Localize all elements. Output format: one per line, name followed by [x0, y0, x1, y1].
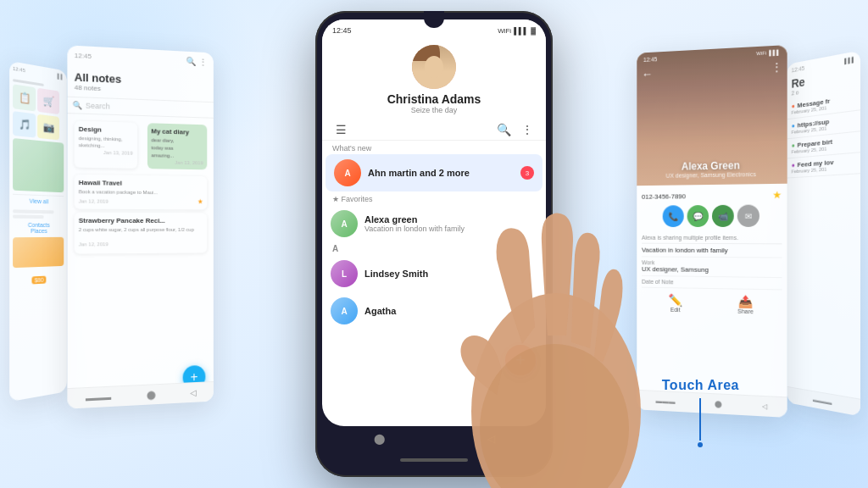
nav-home-icon[interactable]: ⬤ — [147, 390, 156, 400]
phone-home-bar — [400, 458, 468, 462]
app-icon-camera[interactable]: 📷 — [37, 114, 59, 141]
contact-body: 012-3456-7890 ★ 📞 💬 📹 ✉ Alexa is sharing… — [637, 184, 787, 321]
thumbnail-image-1 — [13, 138, 64, 192]
app-icon-music[interactable]: 🎵 — [13, 111, 36, 138]
video-button[interactable]: 📹 — [712, 205, 734, 227]
share-label: Share — [737, 308, 754, 315]
contact-item-ahn[interactable]: A Ahn martin and 2 more 3 — [326, 154, 542, 191]
phone-time: 12:45 — [332, 26, 352, 35]
search-icon-bar: 🔍 — [73, 101, 82, 110]
profile-subtitle: Seize the day — [322, 106, 546, 114]
contact-name-ahn: Ahn martin and 2 more — [368, 168, 514, 178]
info-work: Work UX designer, Samsung — [642, 257, 782, 278]
edit-share-row: ✏️ Edit 📤 Share — [642, 288, 782, 315]
search-icon[interactable]: 🔍 — [186, 57, 195, 66]
phone-wifi-icon: WiFi — [498, 27, 511, 35]
contacts-toolbar: ☰ 🔍 ⋮ — [322, 119, 546, 141]
phone-row: 012-3456-7890 ★ — [642, 189, 782, 202]
contacts-fab-button[interactable]: + — [505, 345, 536, 375]
contact-info-agatha: Agatha — [364, 306, 537, 316]
profile-section: Christina Adams Seize the day — [322, 38, 546, 119]
edit-button[interactable]: ✏️ Edit — [668, 293, 682, 313]
contacts-more-icon[interactable]: ⋮ — [519, 123, 536, 136]
view-all-button[interactable]: View all — [13, 194, 64, 208]
contact-info-lindsey: Lindsey Smith — [364, 269, 537, 279]
hamburger-icon[interactable]: ☰ — [332, 123, 349, 136]
contact-panel-time: 12:45 — [643, 56, 658, 63]
left-far-time: 12:45 — [13, 66, 25, 74]
contact-avatar-agatha: A — [331, 297, 358, 324]
more-icon[interactable]: ⋮ — [199, 57, 207, 66]
phone-frame: 12:45 WiFi ▌▌▌ ▓ Christin — [315, 11, 553, 477]
contact-item-lindsey[interactable]: L Lindsey Smith — [322, 255, 546, 292]
left-far-signal: ▌▌ — [58, 74, 64, 80]
call-button[interactable]: 📞 — [663, 205, 684, 227]
touch-area-line — [699, 398, 701, 441]
contact-item-agatha[interactable]: A Agatha — [322, 292, 546, 330]
avatar-face-shape — [425, 56, 443, 78]
right-contact-panel: 12:45 WiFi ▌▌▌ ← ⋮ Alexa Green UX design… — [637, 45, 787, 418]
favorites-label: ★ Favorites — [322, 191, 546, 205]
star-icon: ★ — [198, 198, 203, 206]
message-button[interactable]: 💬 — [687, 205, 709, 227]
app-icon-shop[interactable]: 🛒 — [37, 88, 59, 114]
contact-item-alexa[interactable]: A Alexa green Vacation in london with fa… — [322, 205, 546, 242]
favorite-star-icon[interactable]: ★ — [772, 189, 782, 201]
phone-nav-home[interactable]: ⬤ — [374, 433, 385, 445]
places-label: Places — [13, 228, 64, 234]
profile-name: Christina Adams — [322, 92, 546, 106]
touch-area-annotation: Touch Area — [662, 378, 739, 447]
contact-wifi-icon: WiFi — [756, 50, 766, 56]
contact-more-icon[interactable]: ⋮ — [771, 61, 782, 74]
nav-back-icon[interactable]: ◁ — [190, 388, 197, 397]
app-icons-row: 📋 🛒 — [13, 84, 64, 115]
edit-label: Edit — [668, 307, 682, 313]
contact-nav-back[interactable]: ◁ — [761, 402, 766, 410]
contact-avatar-ahn: A — [334, 159, 361, 186]
app-icon-notes[interactable]: 📋 — [13, 84, 36, 111]
contact-sub-alexa: Vacation in london with family — [364, 225, 537, 233]
thumbnail-image-2 — [13, 237, 64, 268]
contacts-search-icon[interactable]: 🔍 — [495, 123, 512, 136]
edit-icon: ✏️ — [668, 293, 682, 307]
back-arrow-icon[interactable]: ← — [642, 67, 653, 80]
avatar-image — [412, 45, 456, 89]
phone-nav-back[interactable]: ◁ — [487, 433, 495, 445]
share-icon: 📤 — [737, 295, 754, 309]
touch-area-text: Touch Area — [662, 378, 739, 393]
avatar-face — [425, 56, 443, 78]
mini-lines — [13, 209, 64, 219]
sharing-notice: Alexa is sharing multiple profile items. — [642, 232, 782, 244]
right-far-nav-menu[interactable]: ▬▬▬ — [813, 396, 832, 407]
left-mid-panel: 12:45 🔍 ⋮ All notes 48 notes 🔍 Search De… — [67, 45, 213, 408]
note-card-design[interactable]: Design designing, thinking, sketching...… — [75, 121, 137, 169]
contact-initial-agatha: A — [341, 307, 347, 316]
touch-area-dot — [698, 442, 703, 447]
info-vacation: Vacation in london with family — [642, 244, 782, 258]
hawaii-meta: Jan 12, 2019 ★ — [79, 197, 203, 206]
note-card-diary[interactable]: My cat diary dear diary,today wasamazing… — [147, 123, 207, 169]
contact-signal-icon: ▌▌▌ — [769, 50, 780, 56]
phone-signal-icon: ▌▌▌ — [514, 27, 528, 35]
reminder-list: ● Message fr February 25, 201 ● https://… — [787, 89, 860, 178]
email-button[interactable]: ✉ — [737, 205, 760, 227]
notes-cards-row: Design designing, thinking, sketching...… — [67, 114, 213, 176]
contact-info-ahn: Ahn martin and 2 more — [368, 168, 514, 178]
contact-name-overlay: Alexa Green UX designer, Samsung Electro… — [637, 158, 787, 179]
phone-nav-area: ⬤ ◁ — [322, 428, 546, 450]
contacts-label: Contacts — [13, 220, 64, 228]
share-button[interactable]: 📤 Share — [737, 295, 754, 315]
search-placeholder: Search — [86, 102, 110, 111]
contact-name-lindsey: Lindsey Smith — [364, 269, 537, 279]
contact-name-alexa: Alexa green — [364, 214, 537, 225]
phone-status-icons: WiFi ▌▌▌ ▓ — [498, 27, 536, 35]
note-card-strawberry[interactable]: Strawberry Pancake Reci... 2 cups white … — [75, 213, 208, 253]
nav-menu-icon[interactable]: ▬▬▬ — [86, 392, 111, 403]
right-far-time: 12:45 — [792, 65, 805, 74]
note-card-hawaii[interactable]: Hawaii Travel Book a vacation package to… — [75, 175, 208, 210]
whats-new-label: What's new — [322, 141, 546, 154]
phone-battery-icon: ▓ — [531, 27, 536, 35]
fab-plus-icon: + — [515, 351, 526, 370]
dollar-badge: $80 — [13, 269, 64, 287]
app-icons-row-2: 🎵 📷 — [13, 111, 64, 141]
